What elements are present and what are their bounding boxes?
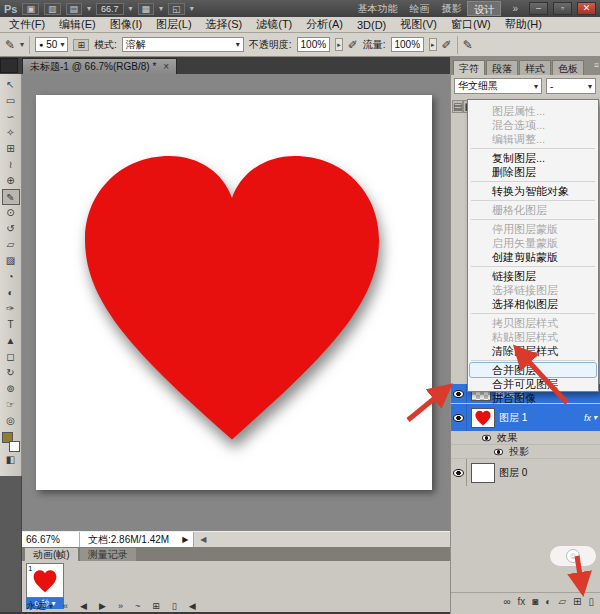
context-menu-item-13[interactable]: 选择相似图层 xyxy=(468,297,598,311)
layer-row-layer1[interactable]: 图层 1 fx ▾ xyxy=(451,404,600,431)
hscroll-left-icon[interactable]: ◀ xyxy=(194,535,206,544)
flow-field[interactable]: 100% xyxy=(391,37,425,52)
font-family-select[interactable]: 华文细黑 ▾ xyxy=(454,78,542,94)
workspace-overflow-button[interactable]: » xyxy=(506,1,524,16)
brush-tool[interactable]: ✎ xyxy=(2,189,20,205)
screen-mode-dropdown-icon[interactable]: ▾ xyxy=(190,4,194,13)
airbrush-toggle-icon[interactable]: ✐ xyxy=(442,38,452,52)
document-close-icon[interactable]: × xyxy=(163,61,169,72)
layer-effects-badge[interactable]: fx ▾ xyxy=(584,413,600,423)
layer-style-icon[interactable]: fx xyxy=(518,596,526,607)
visibility-cell[interactable] xyxy=(451,459,467,486)
next-frame-button[interactable]: » xyxy=(118,601,123,611)
fx-collapse-icon[interactable]: ▾ xyxy=(593,413,597,422)
link-layers-icon[interactable]: ∞ xyxy=(503,596,510,607)
font-size-select[interactable]: - ▾ xyxy=(546,78,596,94)
lasso-tool[interactable]: ∽ xyxy=(2,109,20,125)
canvas-workspace[interactable] xyxy=(22,74,450,531)
status-zoom-field[interactable]: 66.67% xyxy=(22,532,80,548)
layer1-name[interactable]: 图层 1 xyxy=(499,411,527,425)
document-tab[interactable]: 未标题-1 @ 66.7%(RGB/8) * × xyxy=(22,58,177,74)
blend-mode-select[interactable]: 溶解 ▾ xyxy=(122,37,244,52)
context-menu-item-4[interactable]: 复制图层... xyxy=(468,151,598,165)
animation-tab-1[interactable]: 动画(帧) xyxy=(25,548,78,561)
duplicate-frame-button[interactable]: ⊞ xyxy=(152,601,160,611)
delete-frame-button[interactable]: ▯ xyxy=(172,601,177,611)
menu-item-9[interactable]: 视图(V) xyxy=(393,17,444,32)
menu-item-1[interactable]: 文件(F) xyxy=(2,17,52,32)
rotate-3d-tool[interactable]: ↻ xyxy=(2,365,20,381)
status-expand-icon[interactable]: ▶ xyxy=(177,535,193,544)
adjustment-layer-icon[interactable]: ◐ xyxy=(545,596,551,607)
pen-tool[interactable]: ✑ xyxy=(2,301,20,317)
move-tool[interactable]: ↖ xyxy=(2,77,20,93)
panel-flyout-icon[interactable]: ≡ xyxy=(594,60,599,75)
shape-tool[interactable]: ◻ xyxy=(2,349,20,365)
frame-thumbnail[interactable]: 1 xyxy=(26,563,64,598)
menu-item-5[interactable]: 选择(S) xyxy=(199,17,250,32)
panel-tab-2[interactable]: 段落 xyxy=(486,60,518,75)
eraser-tool[interactable]: ▱ xyxy=(2,237,20,253)
quick-mask-icon[interactable]: ◧ xyxy=(2,452,20,468)
eye-icon[interactable] xyxy=(453,390,464,398)
spot-healing-tool[interactable]: ⊕ xyxy=(2,173,20,189)
arrange-documents-icon[interactable]: ▦ xyxy=(138,3,155,15)
document-canvas[interactable] xyxy=(36,95,432,490)
marquee-tool[interactable]: ▭ xyxy=(2,93,20,109)
bridge-icon[interactable]: ▣ xyxy=(22,3,39,15)
menu-item-2[interactable]: 编辑(E) xyxy=(52,17,103,32)
layer0-thumbnail[interactable] xyxy=(471,463,495,483)
arrange-dropdown-icon[interactable]: ▾ xyxy=(159,4,163,13)
context-menu-item-17[interactable]: 合并图层 xyxy=(470,363,596,377)
menu-item-6[interactable]: 滤镜(T) xyxy=(249,17,299,32)
workspace-button-1[interactable]: 基本功能 xyxy=(351,1,403,16)
mini-bridge-icon[interactable]: ▥ xyxy=(44,3,61,15)
previous-frame-button[interactable]: ◀ xyxy=(80,601,87,611)
context-menu-item-10[interactable]: 创建剪贴蒙版 xyxy=(468,250,598,264)
screen-mode-icon[interactable]: ◱ xyxy=(168,3,185,15)
view-extras-dropdown-icon[interactable]: ▾ xyxy=(87,4,91,13)
context-menu-item-5[interactable]: 删除图层 xyxy=(468,165,598,179)
eyedropper-tool[interactable]: ≀ xyxy=(2,157,20,173)
brush-size-dropdown-icon[interactable]: ▾ xyxy=(60,38,64,51)
opacity-spinner[interactable]: ▸ xyxy=(335,38,343,51)
history-brush-tool[interactable]: ↺ xyxy=(2,221,20,237)
minimize-button[interactable]: – xyxy=(529,2,548,15)
brush-size-picker[interactable]: ● 50 ▾ xyxy=(35,37,68,52)
context-menu-item-18[interactable]: 合并可见图层 xyxy=(468,377,598,391)
menu-item-11[interactable]: 帮助(H) xyxy=(498,17,549,32)
eye-icon[interactable] xyxy=(482,434,491,440)
context-menu-item-16[interactable]: 清除图层样式 xyxy=(468,344,598,358)
eye-icon[interactable] xyxy=(453,469,464,477)
new-layer-icon[interactable]: ⊞ xyxy=(573,596,581,607)
menu-item-3[interactable]: 图像(I) xyxy=(103,17,149,32)
workspace-button-3[interactable]: 摄影 xyxy=(435,1,467,16)
drop-shadow-row[interactable]: 投影 xyxy=(451,445,600,459)
layer-row-layer0[interactable]: 图层 0 xyxy=(451,459,600,486)
layer-group-icon[interactable]: ▱ xyxy=(558,596,566,607)
flow-spinner[interactable]: ▸ xyxy=(429,38,437,51)
scroll-left-icon[interactable]: ◀ xyxy=(189,601,196,611)
menu-item-10[interactable]: 窗口(W) xyxy=(444,17,498,32)
first-frame-button[interactable]: « xyxy=(63,601,68,611)
play-button[interactable]: ▶ xyxy=(99,601,106,611)
background-color-swatch[interactable] xyxy=(9,441,20,452)
effects-row[interactable]: 效果 xyxy=(451,431,600,445)
visibility-cell[interactable] xyxy=(451,384,467,403)
layer-mask-icon[interactable]: ◙ xyxy=(532,596,538,607)
menu-item-8[interactable]: 3D(D) xyxy=(350,19,393,31)
path-selection-tool[interactable]: ▲ xyxy=(2,333,20,349)
clone-stamp-tool[interactable]: ⊙ xyxy=(2,205,20,221)
opacity-field[interactable]: 100% xyxy=(297,37,331,52)
type-tool[interactable]: T xyxy=(2,317,20,333)
zoom-dropdown-icon[interactable]: ▾ xyxy=(129,4,133,13)
crop-tool[interactable]: ⊞ xyxy=(2,141,20,157)
eye-icon[interactable] xyxy=(453,414,464,422)
dodge-tool[interactable]: ◐ xyxy=(2,285,20,301)
quick-selection-tool[interactable]: ✧ xyxy=(2,125,20,141)
close-button[interactable]: ✕ xyxy=(577,2,596,15)
tool-preset-dropdown-icon[interactable]: ▾ xyxy=(20,40,24,49)
animation-tab-2[interactable]: 测量记录 xyxy=(80,548,136,561)
view-extras-icon[interactable]: ▤ xyxy=(66,3,83,15)
menu-item-4[interactable]: 图层(L) xyxy=(149,17,198,32)
